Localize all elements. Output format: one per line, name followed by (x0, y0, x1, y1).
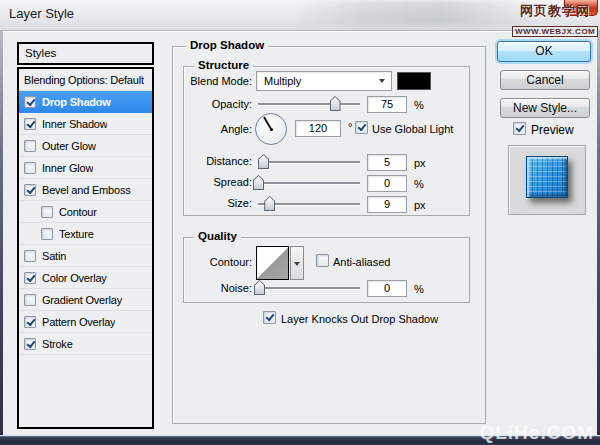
distance-slider[interactable] (258, 154, 360, 169)
noise-label: Noise: (178, 282, 252, 294)
cancel-button[interactable]: Cancel (500, 70, 590, 90)
style-item-label: Satin (42, 250, 66, 262)
size-input[interactable]: 9 (367, 196, 407, 213)
noise-slider[interactable] (258, 280, 360, 295)
chevron-down-icon (379, 79, 385, 83)
contour-picker[interactable] (256, 246, 289, 280)
blend-mode-dropdown[interactable]: Multiply (256, 71, 392, 91)
slider-thumb[interactable] (258, 154, 269, 169)
style-checkbox[interactable] (24, 338, 36, 350)
slider-thumb[interactable] (253, 175, 264, 190)
slider-track[interactable] (258, 287, 360, 289)
style-item-label: Inner Shadow (42, 118, 107, 130)
title-bar[interactable]: Layer Style ✕ (0, 0, 600, 31)
styles-list: Blending Options: Default Drop Shadow In… (17, 67, 154, 429)
style-checkbox[interactable] (24, 162, 36, 174)
style-item-drop-shadow[interactable]: Drop Shadow (19, 91, 152, 113)
spread-input[interactable]: 0 (367, 175, 407, 192)
angle-dial-center (270, 128, 273, 131)
window-border-left (0, 31, 3, 445)
style-checkbox[interactable] (24, 316, 36, 328)
distance-unit: px (414, 157, 426, 169)
ok-button[interactable]: OK (497, 41, 591, 62)
slider-track[interactable] (258, 103, 360, 105)
anti-aliased-label: Anti-aliased (333, 256, 390, 268)
style-item-bevel-and-emboss[interactable]: Bevel and Emboss (19, 179, 152, 201)
opacity-label: Opacity: (178, 98, 252, 110)
chevron-down-icon (294, 262, 300, 266)
size-slider[interactable] (258, 196, 360, 211)
angle-unit: ° (348, 121, 352, 133)
style-item-label: Color Overlay (42, 272, 107, 284)
shadow-color-swatch[interactable] (397, 72, 431, 90)
spread-slider[interactable] (258, 175, 360, 190)
noise-unit: % (414, 283, 424, 295)
style-checkbox[interactable] (24, 294, 36, 306)
style-item-outer-glow[interactable]: Outer Glow (19, 135, 152, 157)
style-item-label: Stroke (42, 338, 73, 350)
style-item-contour[interactable]: Contour (19, 201, 152, 223)
spread-label: Spread: (178, 176, 252, 188)
use-global-light-checkbox[interactable] (355, 121, 368, 134)
titlebar-glass-reflection (290, 0, 540, 26)
style-checkbox[interactable] (24, 140, 36, 152)
slider-track[interactable] (258, 182, 360, 184)
style-preview-box (508, 145, 586, 215)
watermark-site-url: www.webjx.com (512, 26, 598, 37)
slider-thumb[interactable] (330, 96, 341, 111)
style-item-label: Bevel and Emboss (42, 184, 131, 196)
style-checkbox[interactable] (24, 272, 36, 284)
distance-label: Distance: (178, 155, 252, 167)
style-item-gradient-overlay[interactable]: Gradient Overlay (19, 289, 152, 311)
opacity-unit: % (414, 99, 424, 111)
noise-input[interactable]: 0 (367, 280, 407, 297)
style-item-pattern-overlay[interactable]: Pattern Overlay (19, 311, 152, 333)
style-item-texture[interactable]: Texture (19, 223, 152, 245)
blend-mode-label: Blend Mode: (178, 75, 252, 87)
angle-dial[interactable] (255, 113, 287, 145)
style-item-label: Blending Options: Default (24, 74, 144, 86)
angle-label: Angle: (178, 123, 252, 135)
structure-group-title: Structure (194, 59, 253, 71)
style-checkbox[interactable] (41, 206, 53, 218)
style-item-label: Drop Shadow (42, 96, 111, 108)
contour-label: Contour: (178, 256, 252, 268)
distance-input[interactable]: 5 (367, 154, 407, 171)
layer-knocks-out-label: Layer Knocks Out Drop Shadow (281, 313, 438, 325)
style-checkbox[interactable] (41, 228, 53, 240)
layer-knocks-out-checkbox[interactable] (263, 311, 276, 324)
style-item-inner-shadow[interactable]: Inner Shadow (19, 113, 152, 135)
style-item-stroke[interactable]: Stroke (19, 333, 152, 355)
spread-unit: % (414, 178, 424, 190)
style-item-label: Gradient Overlay (42, 294, 122, 306)
preview-label: Preview (531, 123, 574, 137)
opacity-slider[interactable] (258, 96, 360, 111)
style-item-satin[interactable]: Satin (19, 245, 152, 267)
angle-input[interactable]: 120 (295, 120, 341, 137)
style-item-label: Outer Glow (42, 140, 96, 152)
preview-checkbox[interactable] (513, 122, 526, 135)
style-checkbox[interactable] (24, 118, 36, 130)
style-item-blending-options[interactable]: Blending Options: Default (19, 69, 152, 91)
style-checkbox[interactable] (24, 184, 36, 196)
slider-track[interactable] (258, 161, 360, 163)
anti-aliased-checkbox[interactable] (316, 254, 329, 267)
style-item-label: Pattern Overlay (42, 316, 115, 328)
dialog-title: Layer Style (9, 6, 74, 21)
layer-style-dialog: Layer Style ✕ 网页教学网 www.webjx.com QLiHe.… (0, 0, 600, 445)
contour-dropdown-button[interactable] (290, 246, 304, 280)
style-item-label: Contour (59, 206, 97, 218)
slider-thumb[interactable] (264, 196, 275, 211)
watermark-site-name: 网页教学网 (512, 2, 598, 20)
style-preview-thumbnail (526, 156, 568, 198)
style-item-label: Inner Glow (42, 162, 93, 174)
style-checkbox[interactable] (24, 96, 36, 108)
style-checkbox[interactable] (24, 250, 36, 262)
style-item-color-overlay[interactable]: Color Overlay (19, 267, 152, 289)
quality-group-title: Quality (194, 230, 241, 242)
new-style-button[interactable]: New Style... (500, 98, 590, 118)
style-item-inner-glow[interactable]: Inner Glow (19, 157, 152, 179)
slider-thumb[interactable] (254, 280, 265, 295)
blend-mode-value: Multiply (264, 75, 301, 87)
opacity-input[interactable]: 75 (367, 96, 407, 113)
